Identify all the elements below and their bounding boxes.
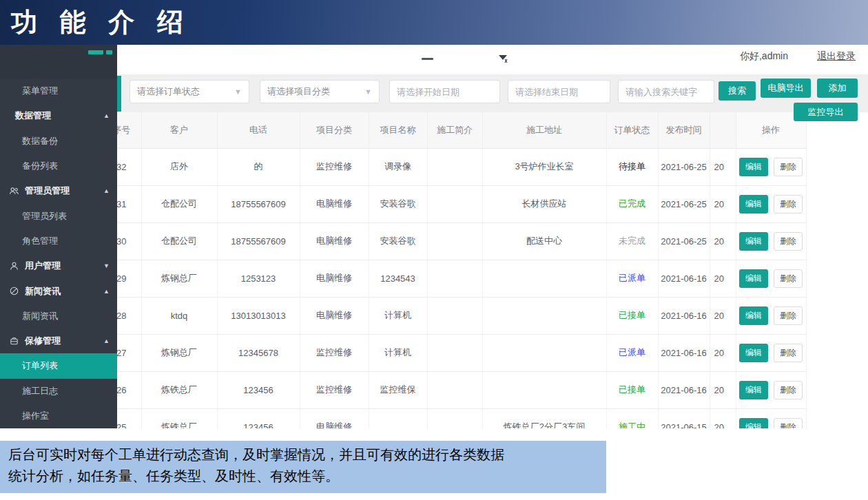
cell-category: 监控维修 — [300, 371, 369, 408]
export-monitor-button[interactable]: 监控导出 — [794, 103, 858, 121]
cell-category: 电脑维修 — [300, 222, 369, 260]
cell-brief — [427, 334, 482, 371]
cell-customer: 仓配公司 — [141, 185, 217, 222]
cell-phone: 13013013013 — [217, 297, 300, 334]
cell-brief — [427, 148, 482, 185]
sidebar-item[interactable]: 管理员管理▲ — [0, 178, 117, 203]
cell-publish: 2021-06-16 — [658, 297, 710, 334]
cell-name: 监控维保 — [369, 371, 427, 408]
order-status-select[interactable]: 请选择订单状态 ▼ — [130, 80, 249, 103]
cell-phone: 18755567609 — [217, 222, 300, 260]
delete-button[interactable]: 删除 — [774, 195, 803, 213]
sidebar-item[interactable]: 数据管理▲ — [0, 103, 117, 128]
sidebar-menu: 菜单管理数据管理▲数据备份备份列表管理员管理▲管理员列表角色管理用户管理▼新闻资… — [0, 79, 117, 428]
delete-button[interactable]: 删除 — [774, 158, 803, 176]
cell-actions: 编辑删除 — [736, 148, 806, 185]
column-header: 施工地址 — [482, 112, 606, 148]
start-date-input[interactable] — [389, 80, 500, 103]
cell-category: 电脑维修 — [300, 260, 369, 297]
column-header: 项目名称 — [369, 112, 427, 148]
cell-phone: 1253123 — [217, 260, 300, 297]
sidebar-item[interactable]: 菜单管理 — [0, 79, 117, 103]
sidebar-item-label: 操作室 — [22, 410, 49, 422]
cell-status: 施工中 — [606, 408, 658, 428]
cell-customer: 仓配公司 — [141, 222, 217, 260]
cell-publish: 2021-06-25 — [658, 185, 710, 222]
delete-button[interactable]: 删除 — [774, 381, 803, 399]
cell-extra: 20 — [710, 408, 736, 428]
sidebar-item[interactable]: 施工日志 — [0, 379, 117, 404]
project-category-select-value: 请选择项目分类 — [267, 85, 330, 98]
cell-customer: 炼铁总厂 — [141, 408, 217, 428]
sidebar-item-label: 施工日志 — [22, 385, 58, 397]
edit-button[interactable]: 编辑 — [739, 418, 768, 429]
cell-publish: 2021-06-25 — [658, 148, 710, 185]
logout-link[interactable]: 退出登录 — [817, 50, 856, 61]
cell-actions: 编辑删除 — [736, 334, 806, 371]
cell-phone: 12345678 — [217, 334, 300, 371]
sidebar-item[interactable]: 数据备份 — [0, 129, 117, 154]
export-pc-button[interactable]: 电脑导出 — [761, 79, 811, 98]
cell-actions: 编辑删除 — [736, 185, 806, 222]
sidebar-item-label: 新闻资讯 — [22, 310, 58, 322]
project-category-select[interactable]: 请选择项目分类 ▼ — [260, 80, 380, 103]
edit-button[interactable]: 编辑 — [739, 269, 768, 288]
cell-name: 1234543 — [369, 260, 427, 297]
cell-phone: 18755567609 — [217, 185, 300, 222]
sidebar-item-active[interactable]: 订单列表 — [0, 353, 117, 378]
keyword-input[interactable] — [618, 80, 714, 103]
sidebar-item[interactable]: 管理员列表 — [0, 203, 117, 228]
delete-button[interactable]: 删除 — [774, 232, 803, 251]
sidebar-item[interactable]: 角色管理 — [0, 229, 117, 253]
table-header: 序号客户电话项目分类项目名称施工简介施工地址订单状态发布时间操作 — [102, 112, 806, 148]
cell-actions: 编辑删除 — [736, 297, 806, 334]
cell-customer: 炼铁总厂 — [141, 371, 217, 408]
sidebar-item[interactable]: 用户管理▼ — [0, 253, 117, 278]
cell-name — [369, 408, 427, 428]
delete-button[interactable]: 删除 — [774, 344, 803, 362]
cell-address: 长材供应站 — [482, 185, 606, 222]
end-date-input[interactable] — [508, 80, 610, 103]
edit-button[interactable]: 编辑 — [739, 344, 768, 362]
column-header: 客户 — [141, 112, 217, 148]
delete-button[interactable]: 删除 — [774, 418, 803, 429]
column-header: 电话 — [217, 112, 300, 148]
sidebar-item[interactable]: 新闻资讯▲ — [0, 278, 117, 303]
cell-address: 配送中心 — [482, 222, 606, 260]
edit-button[interactable]: 编辑 — [739, 306, 768, 325]
cell-publish: 2021-06-16 — [658, 334, 710, 371]
sidebar-item-label: 新闻资讯 — [25, 285, 61, 298]
cell-publish: 2021-06-16 — [658, 371, 710, 408]
chevron-up-icon: ▲ — [103, 288, 110, 295]
delete-button[interactable]: 删除 — [774, 306, 803, 325]
flag-icon[interactable] — [498, 54, 509, 63]
caption-box: 后台可实时对每个工单进行动态查询，及时掌握情况，并且可有效的进行各类数据 统计分… — [0, 441, 606, 493]
sidebar-item[interactable]: 备份列表 — [0, 154, 117, 178]
delete-button[interactable]: 删除 — [774, 269, 803, 288]
edit-button[interactable]: 编辑 — [739, 381, 768, 399]
cell-status: 未完成 — [606, 222, 658, 260]
cell-status: 已完成 — [606, 185, 658, 222]
edit-button[interactable]: 编辑 — [739, 158, 768, 176]
sidebar-item[interactable]: 新闻资讯 — [0, 304, 117, 329]
cell-brief — [427, 371, 482, 408]
cell-publish: 2021-06-16 — [658, 260, 710, 297]
cell-customer: 炼钢总厂 — [141, 334, 217, 371]
cell-address — [482, 260, 606, 297]
cell-address — [482, 371, 606, 408]
cell-phone: 123456 — [217, 371, 300, 408]
sidebar-logo-partial — [0, 45, 117, 79]
collapse-menu-icon[interactable] — [422, 58, 433, 60]
add-button[interactable]: 添加 — [817, 79, 858, 98]
cell-category: 电脑维修 — [300, 297, 369, 334]
news-icon — [9, 286, 19, 296]
sidebar-item[interactable]: 操作室 — [0, 404, 117, 428]
edit-button[interactable]: 编辑 — [739, 232, 768, 251]
cell-actions: 编辑删除 — [736, 222, 806, 260]
cell-extra: 20 — [710, 185, 736, 222]
search-button[interactable]: 搜索 — [719, 81, 756, 101]
cell-brief — [427, 297, 482, 334]
edit-button[interactable]: 编辑 — [739, 195, 768, 213]
sidebar-item[interactable]: 保修管理▲ — [0, 329, 117, 353]
table-row: 26炼铁总厂123456监控维修监控维保已接单2021-06-1620编辑删除 — [102, 371, 806, 408]
